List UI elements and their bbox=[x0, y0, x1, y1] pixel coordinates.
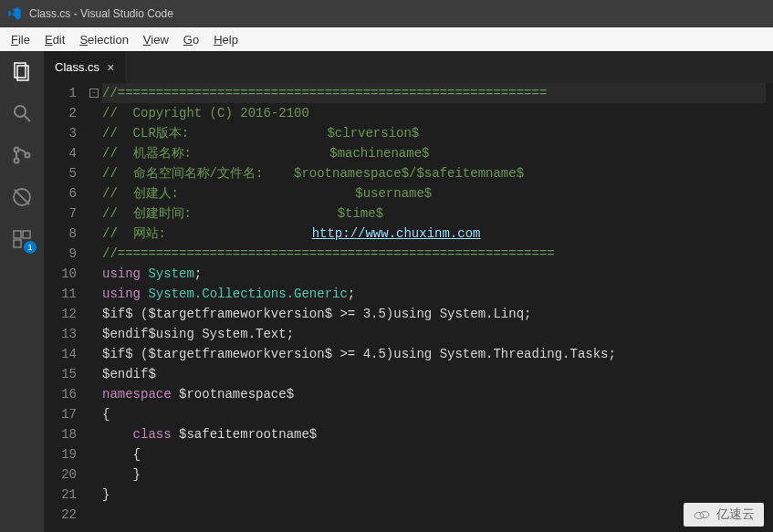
menu-go[interactable]: Go bbox=[176, 29, 206, 50]
code-line[interactable]: { bbox=[102, 404, 766, 424]
vscode-icon bbox=[7, 6, 22, 21]
line-number: 8 bbox=[44, 224, 77, 244]
line-gutter: 12345678910111213141516171819202122 bbox=[44, 83, 89, 532]
watermark: 亿速云 bbox=[684, 503, 764, 527]
svg-line-3 bbox=[25, 116, 30, 121]
debug-icon[interactable] bbox=[9, 184, 35, 210]
menu-edit-rest: dit bbox=[53, 33, 66, 47]
code-line[interactable]: using System.Collections.Generic; bbox=[102, 284, 766, 304]
menu-view-rest: iew bbox=[151, 33, 169, 47]
line-number: 18 bbox=[44, 424, 77, 444]
code-line[interactable]: // 创建人: $username$ bbox=[102, 183, 766, 203]
svg-point-13 bbox=[700, 512, 709, 518]
tab-class-cs[interactable]: Class.cs × bbox=[44, 51, 126, 83]
menu-file-rest: ile bbox=[18, 33, 30, 47]
svg-point-4 bbox=[15, 148, 19, 152]
code-line[interactable]: // CLR版本: $clrversion$ bbox=[102, 123, 766, 143]
code-line[interactable]: $endif$ bbox=[102, 364, 766, 384]
code-line[interactable]: $endif$using System.Text; bbox=[102, 324, 766, 344]
line-number: 7 bbox=[44, 203, 77, 224]
window-title: Class.cs - Visual Studio Code bbox=[29, 7, 173, 20]
line-number: 14 bbox=[44, 344, 77, 364]
code-line[interactable]: using System; bbox=[102, 264, 766, 284]
menubar: File Edit Selection View Go Help bbox=[0, 27, 773, 51]
menu-help[interactable]: Help bbox=[206, 29, 245, 50]
line-number: 15 bbox=[44, 364, 77, 384]
svg-rect-9 bbox=[14, 231, 21, 238]
extensions-badge: 1 bbox=[24, 241, 37, 254]
activitybar: 1 bbox=[0, 51, 44, 532]
code-line[interactable]: class $safeitemrootname$ bbox=[102, 424, 766, 444]
line-number: 17 bbox=[44, 404, 77, 424]
line-number: 20 bbox=[44, 464, 77, 485]
code-line[interactable]: // Copyright (C) 2016-2100 bbox=[102, 103, 766, 123]
code-line[interactable]: $if$ ($targetframeworkversion$ >= 4.5)us… bbox=[102, 344, 766, 364]
watermark-text: 亿速云 bbox=[716, 506, 755, 523]
menu-help-rest: elp bbox=[223, 33, 238, 47]
line-number: 13 bbox=[44, 324, 77, 344]
svg-point-5 bbox=[15, 159, 19, 163]
fold-icon[interactable]: - bbox=[89, 89, 99, 98]
fold-gutter: - bbox=[89, 83, 102, 103]
tabs-row: Class.cs × bbox=[44, 51, 773, 83]
line-number: 11 bbox=[44, 284, 77, 304]
scm-icon[interactable] bbox=[9, 142, 35, 168]
menu-edit[interactable]: Edit bbox=[37, 29, 72, 50]
code-line[interactable]: // 创建时间: $time$ bbox=[102, 203, 766, 224]
line-number: 9 bbox=[44, 244, 77, 264]
svg-point-2 bbox=[15, 106, 26, 117]
line-number: 5 bbox=[44, 163, 77, 183]
titlebar: Class.cs - Visual Studio Code bbox=[0, 0, 773, 27]
line-number: 12 bbox=[44, 304, 77, 324]
code-line[interactable]: } bbox=[102, 485, 766, 505]
code-editor[interactable]: 12345678910111213141516171819202122 - //… bbox=[44, 83, 773, 532]
code-line[interactable]: //======================================… bbox=[102, 83, 766, 103]
line-number: 6 bbox=[44, 183, 77, 203]
code-line[interactable]: $if$ ($targetframeworkversion$ >= 3.5)us… bbox=[102, 304, 766, 324]
code-line[interactable]: //======================================… bbox=[102, 244, 766, 264]
line-number: 19 bbox=[44, 444, 77, 464]
code-line[interactable]: // 机器名称: $machinename$ bbox=[102, 143, 766, 163]
menu-view[interactable]: View bbox=[136, 29, 176, 50]
line-number: 2 bbox=[44, 103, 77, 123]
fold-column: - bbox=[89, 83, 102, 532]
code-line[interactable]: { bbox=[102, 444, 766, 464]
close-icon[interactable]: × bbox=[107, 61, 114, 74]
line-number: 10 bbox=[44, 264, 77, 284]
explorer-icon[interactable] bbox=[9, 58, 35, 84]
code-line[interactable]: } bbox=[102, 464, 766, 485]
search-icon[interactable] bbox=[9, 100, 35, 126]
code-line[interactable]: // 命名空间名称/文件名: $rootnamespace$/$safeitem… bbox=[102, 163, 766, 183]
line-number: 3 bbox=[44, 123, 77, 143]
editor-area: Class.cs × 12345678910111213141516171819… bbox=[44, 51, 773, 532]
line-number: 21 bbox=[44, 485, 77, 505]
line-number: 1 bbox=[44, 83, 77, 103]
code-line[interactable]: namespace $rootnamespace$ bbox=[102, 384, 766, 404]
menu-go-rest: o bbox=[193, 33, 199, 47]
line-number: 4 bbox=[44, 143, 77, 163]
svg-rect-10 bbox=[23, 231, 30, 238]
extensions-icon[interactable]: 1 bbox=[9, 226, 35, 252]
tab-label: Class.cs bbox=[55, 60, 99, 74]
svg-line-8 bbox=[15, 190, 29, 204]
code-line[interactable]: // 网站: http://www.chuxinm.com bbox=[102, 224, 766, 244]
line-number: 16 bbox=[44, 384, 77, 404]
code-content[interactable]: //======================================… bbox=[102, 83, 773, 532]
svg-rect-11 bbox=[14, 240, 21, 247]
code-line[interactable] bbox=[102, 505, 766, 525]
menu-selection-rest: election bbox=[88, 33, 129, 47]
main-area: 1 Class.cs × 123456789101112131415161718… bbox=[0, 51, 773, 532]
menu-file[interactable]: File bbox=[4, 29, 37, 50]
menu-selection[interactable]: Selection bbox=[72, 29, 135, 50]
line-number: 22 bbox=[44, 505, 77, 525]
